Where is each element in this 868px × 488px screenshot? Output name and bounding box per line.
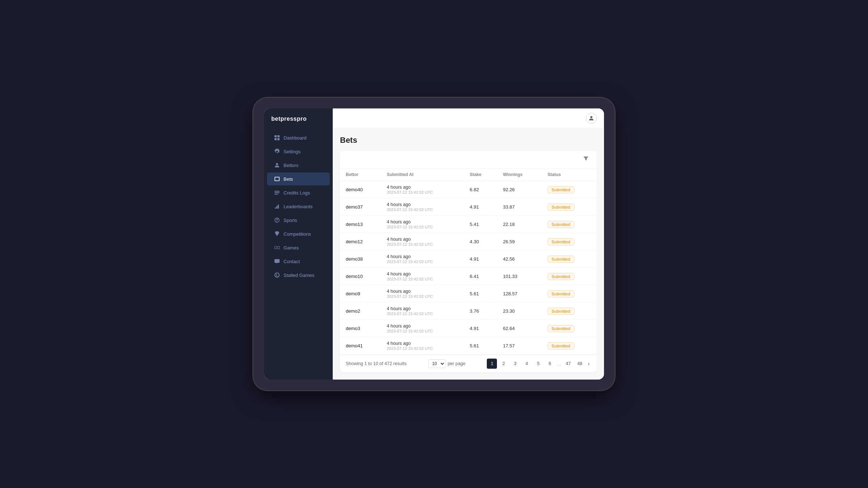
cell-winnings: 26.59 (497, 233, 542, 251)
col-bettor: Bettor (340, 168, 381, 181)
sidebar-item-dashboard[interactable]: Dashboard (267, 131, 330, 144)
time-ago: 4 hours ago (387, 202, 458, 207)
bets-table-card: Bettor Submitted At Stake Winnings Statu… (340, 151, 597, 372)
sidebar-item-credits-logs[interactable]: Credits Logs (267, 186, 330, 199)
page-btn-1[interactable]: 1 (487, 359, 497, 369)
table-row: demo41 4 hours ago 2023-07-12 15:42:02 U… (340, 337, 597, 355)
per-page-select[interactable]: 10 25 50 (428, 359, 446, 368)
sidebar-label-games: Games (284, 245, 299, 251)
cell-stake: 4.30 (464, 233, 497, 251)
cell-submitted-at: 4 hours ago 2023-07-12 15:42:02 UTC (381, 198, 464, 216)
time-ago: 4 hours ago (387, 185, 458, 190)
user-icon-button[interactable] (586, 113, 597, 124)
sports-icon (274, 217, 280, 223)
person-icon (588, 115, 594, 121)
sidebar-label-stalled-games: Stalled Games (284, 273, 314, 278)
cell-submitted-at: 4 hours ago 2023-07-12 15:42:02 UTC (381, 181, 464, 198)
cell-bettor: demo41 (340, 337, 381, 355)
sidebar-item-games[interactable]: Games (267, 241, 330, 254)
cell-status: Submitted (542, 268, 597, 285)
credits-icon (274, 190, 280, 196)
cell-status: Submitted (542, 251, 597, 268)
sidebar-item-sports[interactable]: Sports (267, 214, 330, 227)
sidebar-item-competitions[interactable]: Competitions (267, 227, 330, 240)
timestamp: 2023-07-12 15:42:02 UTC (387, 294, 458, 299)
app-window: betpresspro Dashboard Settings Bettors B… (264, 108, 604, 380)
page-title: Bets (340, 136, 597, 145)
table-row: demo38 4 hours ago 2023-07-12 15:42:02 U… (340, 251, 597, 268)
cell-bettor: demo38 (340, 251, 381, 268)
timestamp: 2023-07-12 15:42:02 UTC (387, 225, 458, 229)
contact-icon (274, 258, 280, 264)
cell-stake: 5.61 (464, 337, 497, 355)
cell-submitted-at: 4 hours ago 2023-07-12 15:42:02 UTC (381, 285, 464, 303)
cell-submitted-at: 4 hours ago 2023-07-12 15:42:02 UTC (381, 251, 464, 268)
time-ago: 4 hours ago (387, 271, 458, 277)
sidebar-label-sports: Sports (284, 218, 297, 223)
table-row: demo37 4 hours ago 2023-07-12 15:42:02 U… (340, 198, 597, 216)
cell-submitted-at: 4 hours ago 2023-07-12 15:42:02 UTC (381, 216, 464, 233)
timestamp: 2023-07-12 15:42:02 UTC (387, 190, 458, 194)
time-ago: 4 hours ago (387, 306, 458, 311)
cell-winnings: 62.64 (497, 320, 542, 337)
bets-table: Bettor Submitted At Stake Winnings Statu… (340, 168, 597, 355)
cell-submitted-at: 4 hours ago 2023-07-12 15:42:02 UTC (381, 303, 464, 320)
leaderboards-icon (274, 204, 280, 209)
col-winnings: Winnings (497, 168, 542, 181)
cell-submitted-at: 4 hours ago 2023-07-12 15:42:02 UTC (381, 268, 464, 285)
sidebar: betpresspro Dashboard Settings Bettors B… (264, 108, 333, 380)
col-submitted-at: Submitted At (381, 168, 464, 181)
page-btn-3[interactable]: 3 (510, 359, 520, 369)
sidebar-label-contact: Contact (284, 259, 300, 264)
sidebar-item-bets[interactable]: Bets (267, 172, 330, 185)
page-numbers: 1 2 3 4 5 6 ... 47 48 › (487, 359, 591, 369)
table-toolbar (340, 151, 597, 168)
cell-bettor: demo13 (340, 216, 381, 233)
table-row: demo10 4 hours ago 2023-07-12 15:42:02 U… (340, 268, 597, 285)
competitions-icon (274, 231, 280, 237)
sidebar-label-settings: Settings (284, 149, 301, 154)
page-btn-47[interactable]: 47 (563, 359, 573, 369)
cell-stake: 4.91 (464, 320, 497, 337)
filter-icon (583, 156, 589, 162)
sidebar-label-bettors: Bettors (284, 163, 298, 168)
page-btn-5[interactable]: 5 (533, 359, 543, 369)
sidebar-label-credits-logs: Credits Logs (284, 190, 310, 196)
cell-winnings: 42.56 (497, 251, 542, 268)
page-next-button[interactable]: › (586, 361, 591, 367)
page-btn-4[interactable]: 4 (522, 359, 532, 369)
sidebar-item-stalled-games[interactable]: Stalled Games (267, 269, 330, 282)
sidebar-item-leaderboards[interactable]: Leaderboards (267, 200, 330, 213)
status-badge: Submitted (548, 290, 574, 297)
table-body: demo40 4 hours ago 2023-07-12 15:42:02 U… (340, 181, 597, 355)
time-ago: 4 hours ago (387, 254, 458, 259)
cell-stake: 4.91 (464, 251, 497, 268)
cell-winnings: 101.33 (497, 268, 542, 285)
sidebar-item-settings[interactable]: Settings (267, 145, 330, 158)
svg-rect-3 (277, 138, 280, 140)
svg-rect-2 (275, 138, 277, 140)
top-bar (333, 108, 604, 128)
status-badge: Submitted (548, 256, 574, 263)
svg-rect-1 (277, 135, 280, 137)
timestamp: 2023-07-12 15:42:02 UTC (387, 329, 458, 333)
stalled-icon (274, 272, 280, 278)
sidebar-item-bettors[interactable]: Bettors (267, 159, 330, 172)
time-ago: 4 hours ago (387, 219, 458, 224)
cell-status: Submitted (542, 285, 597, 303)
page-btn-2[interactable]: 2 (498, 359, 509, 369)
cell-bettor: demo40 (340, 181, 381, 198)
timestamp: 2023-07-12 15:42:02 UTC (387, 277, 458, 281)
sidebar-item-contact[interactable]: Contact (267, 255, 330, 268)
page-btn-6[interactable]: 6 (545, 359, 555, 369)
timestamp: 2023-07-12 15:42:02 UTC (387, 207, 458, 212)
cell-stake: 6.82 (464, 181, 497, 198)
filter-button[interactable] (580, 154, 592, 164)
table-row: demo12 4 hours ago 2023-07-12 15:42:02 U… (340, 233, 597, 251)
page-btn-48[interactable]: 48 (575, 359, 585, 369)
cell-winnings: 128.57 (497, 285, 542, 303)
cell-stake: 3.76 (464, 303, 497, 320)
cell-stake: 4.91 (464, 198, 497, 216)
settings-icon (274, 149, 280, 154)
pagination-bar: Showing 1 to 10 of 472 results 10 25 50 … (340, 355, 597, 372)
